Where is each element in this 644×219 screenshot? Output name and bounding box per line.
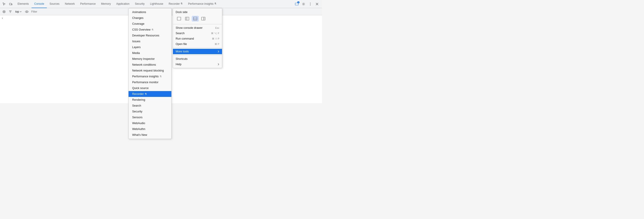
menu-item-changes[interactable]: Changes [128,15,171,21]
svg-rect-0 [10,3,11,5]
css-overview-flask-icon: ⚗ [151,28,154,31]
tab-sources[interactable]: Sources [47,0,62,8]
menu-item-developer-resources[interactable]: Developer Resources [128,33,171,38]
help-arrow [218,63,219,66]
svg-rect-1 [11,4,12,5]
menu-item-network-conditions[interactable]: Network conditions [128,62,171,68]
customize-item-more-tools[interactable]: More tools [173,49,222,54]
chevron-right-icon [218,50,219,53]
tab-elements[interactable]: Elements [15,0,32,8]
chevron-right-icon-help [218,63,219,66]
settings-button[interactable] [300,1,307,7]
recorder-flask-icon: ⚗ [180,2,182,5]
svg-point-5 [310,3,310,4]
tab-console[interactable]: Console [32,0,47,8]
customize-item-run-command[interactable]: Run command ⌘ ⇧ P [173,36,222,41]
javascript-context-selector[interactable]: top [14,10,23,14]
recorder-flask-icon-menu: ⚗ [144,93,147,96]
inspect-element-button[interactable] [1,1,7,7]
svg-point-8 [26,11,27,12]
svg-rect-15 [194,19,197,20]
chevron-down-icon [20,10,22,13]
menu-item-animations[interactable]: Animations [128,9,171,15]
menu-item-media[interactable]: Media [128,50,171,56]
performance-insights-flask-icon-menu: ⚗ [160,75,162,78]
menu-item-recorder[interactable]: Recorder ⚗ [128,91,171,97]
tab-recorder[interactable]: Recorder ⚗ [166,0,185,8]
svg-point-4 [310,2,310,3]
svg-rect-18 [204,17,205,20]
undock-button[interactable] [176,16,182,21]
eye-icon-button[interactable] [24,9,30,14]
menu-item-quick-source[interactable]: Quick source [128,85,171,91]
menu-item-coverage[interactable]: Coverage [128,21,171,27]
tab-bar: Elements Console Sources Network Perform… [15,0,294,8]
menu-item-search[interactable]: Search [128,103,171,109]
expand-sidebar-button[interactable]: › [0,15,5,21]
tab-application[interactable]: Application [114,0,132,8]
menu-divider-3 [173,55,222,55]
dock-right-button[interactable] [200,16,207,21]
performance-insights-flask-icon: ⚗ [214,2,216,5]
clear-console-button[interactable] [1,9,7,14]
notifications-button[interactable]: 1 [294,1,300,7]
menu-item-network-request-blocking[interactable]: Network request blocking [128,68,171,73]
dock-left-button[interactable] [184,16,190,21]
device-toggle-button[interactable] [8,1,14,7]
devtools-tab-bar: Elements Console Sources Network Perform… [0,0,322,8]
menu-divider-2 [173,48,222,48]
tab-lighthouse[interactable]: Lighthouse [147,0,166,8]
customize-menu[interactable]: Dock side [173,8,222,68]
tab-network[interactable]: Network [62,0,78,8]
tab-right-icons: 1 [294,1,321,7]
customize-item-shortcuts[interactable]: Shortcuts [173,56,222,62]
customize-item-open-file[interactable]: Open file ⌘ P [173,41,222,47]
tab-memory[interactable]: Memory [98,0,114,8]
menu-item-issues[interactable]: Issues [128,38,171,44]
filter-toggle-button[interactable] [8,9,13,14]
menu-item-layers[interactable]: Layers [128,44,171,50]
dock-options [173,15,222,23]
customize-item-search[interactable]: Search ⌘ ⌥ F [173,30,222,36]
badge: 1 [297,1,300,3]
close-devtools-button[interactable] [314,1,320,7]
more-tools-menu[interactable]: Animations Changes Coverage CSS Overview… [128,8,172,109]
svg-point-6 [310,5,310,5]
menu-item-performance-insights[interactable]: Performance insights ⚗ [128,73,171,79]
more-tools-arrow [218,50,219,53]
menu-item-memory-inspector[interactable]: Memory Inspector [128,56,171,62]
tab-performance[interactable]: Performance [78,0,98,8]
customize-item-help[interactable]: Help [173,62,222,67]
svg-point-3 [303,3,304,4]
menu-item-performance-monitor[interactable]: Performance monitor [128,79,171,85]
menu-item-rendering[interactable]: Rendering [128,97,171,103]
svg-rect-12 [185,17,187,20]
svg-rect-9 [177,17,181,20]
tab-performance-insights[interactable]: Performance insights ⚗ [185,0,219,8]
dock-side-header: Dock side [173,9,222,15]
devtools-left-icons [1,1,14,7]
more-options-button[interactable] [307,1,314,7]
tab-security[interactable]: Security [132,0,147,8]
menu-item-css-overview[interactable]: CSS Overview ⚗ [128,27,171,33]
menu-item-security[interactable]: Security [128,109,171,109]
menu-divider-1 [173,24,222,24]
customize-item-show-console-drawer[interactable]: Show console drawer Esc [173,25,222,30]
dock-bottom-button[interactable] [192,16,198,21]
